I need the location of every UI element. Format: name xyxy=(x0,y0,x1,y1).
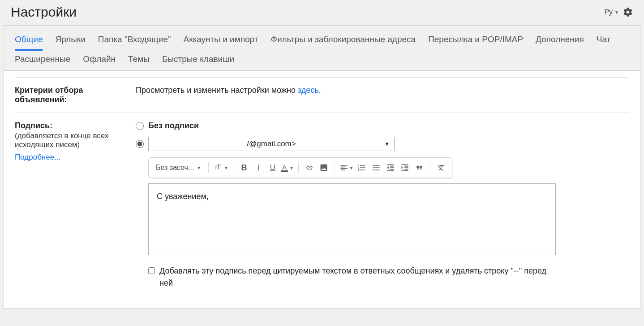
indent-more-icon xyxy=(400,163,409,172)
tab-accounts[interactable]: Аккаунты и импорт xyxy=(177,31,264,51)
indent-less-icon xyxy=(386,163,395,172)
settings-body: Критерии отбора объявлений: Просмотреть … xyxy=(4,77,640,308)
caret-down-icon: ▼ xyxy=(349,165,354,170)
page-title: Настройки xyxy=(11,4,77,20)
toolbar-separator xyxy=(335,162,335,173)
language-selector[interactable]: Ру ▼ xyxy=(604,8,619,16)
signature-editor[interactable]: С уважением, xyxy=(148,183,556,255)
text-color-button[interactable]: A ▼ xyxy=(281,161,294,174)
tab-general[interactable]: Общие xyxy=(9,31,49,51)
font-family-selector[interactable]: Без засеч... ▼ xyxy=(153,164,204,172)
tab-inbox[interactable]: Папка "Входящие" xyxy=(92,31,177,51)
caret-down-icon: ▼ xyxy=(197,165,201,170)
ads-text-suffix: . xyxy=(319,86,321,95)
tab-filters[interactable]: Фильтры и заблокированные адреса xyxy=(264,31,422,51)
quote-button[interactable] xyxy=(413,161,425,174)
ads-link[interactable]: здесь xyxy=(298,86,319,95)
quote-icon xyxy=(415,163,424,172)
setting-row-ads: Критерии отбора объявлений: Просмотреть … xyxy=(15,77,629,113)
signature-label: Подпись: xyxy=(15,121,127,130)
ads-value: Просмотреть и изменить настройки можно з… xyxy=(136,86,629,95)
font-family-value: Без засеч... xyxy=(156,164,194,172)
link-button[interactable] xyxy=(303,161,316,174)
signature-sublabel: (добавляется в конце всех исходящих писе… xyxy=(15,131,127,149)
align-left-icon xyxy=(339,163,348,172)
settings-panel: Общие Ярлыки Папка "Входящие" Аккаунты и… xyxy=(4,25,640,309)
signature-before-quote-label: Добавлять эту подпись перед цитируемым т… xyxy=(159,265,549,289)
image-icon xyxy=(319,163,328,172)
toolbar-separator xyxy=(233,162,233,173)
indent-less-button[interactable] xyxy=(384,161,397,174)
ads-text-prefix: Просмотреть и изменить настройки можно xyxy=(136,86,298,95)
underline-button[interactable]: U xyxy=(266,161,279,174)
link-icon xyxy=(305,163,314,172)
signature-account-select[interactable]: /@gmail.com> xyxy=(148,137,395,151)
caret-down-icon: ▼ xyxy=(289,165,294,170)
radio-no-signature[interactable] xyxy=(136,122,144,130)
toolbar-separator xyxy=(298,162,299,173)
caret-down-icon: ▼ xyxy=(224,165,228,170)
signature-content: С уважением, xyxy=(157,192,209,201)
tab-offline[interactable]: Офлайн xyxy=(77,51,122,70)
font-size-icon xyxy=(213,163,223,172)
tab-labels[interactable]: Ярлыки xyxy=(49,31,91,51)
signature-learn-more-link[interactable]: Подробнее... xyxy=(15,153,60,162)
setting-row-signature: Подпись: (добавляется в конце всех исход… xyxy=(15,113,629,297)
ads-label: Критерии отбора объявлений: xyxy=(15,86,127,104)
no-signature-label: Без подписи xyxy=(148,121,199,130)
settings-gear-button[interactable] xyxy=(623,7,633,17)
toolbar-separator xyxy=(430,162,430,173)
numbered-list-icon xyxy=(357,163,366,172)
toolbar-separator xyxy=(208,162,209,173)
header-bar: Настройки Ру ▼ xyxy=(0,0,644,25)
align-button[interactable]: ▼ xyxy=(339,161,354,174)
tab-shortcuts[interactable]: Быстрые клавиши xyxy=(156,51,240,70)
signature-editor-toolbar: Без засеч... ▼ ▼ B I U A xyxy=(148,157,452,178)
remove-format-icon xyxy=(437,163,446,172)
italic-button[interactable]: I xyxy=(252,161,265,174)
radio-use-signature[interactable] xyxy=(136,140,144,148)
numbered-list-button[interactable] xyxy=(356,161,368,174)
tab-addons[interactable]: Дополнения xyxy=(529,31,590,51)
account-select-value: /@gmail.com> xyxy=(247,139,296,148)
signature-before-quote-checkbox[interactable] xyxy=(148,267,155,274)
gear-icon xyxy=(623,7,633,17)
tab-themes[interactable]: Темы xyxy=(122,51,156,70)
language-label: Ру xyxy=(604,8,613,16)
tab-chat[interactable]: Чат xyxy=(590,31,617,51)
indent-more-button[interactable] xyxy=(399,161,411,174)
text-color-icon: A xyxy=(281,164,288,172)
caret-down-icon: ▼ xyxy=(614,10,619,15)
tab-forwarding[interactable]: Пересылка и POP/IMAP xyxy=(422,31,529,51)
font-size-button[interactable]: ▼ xyxy=(213,161,228,174)
tab-advanced[interactable]: Расширенные xyxy=(9,51,77,70)
insert-image-button[interactable] xyxy=(318,161,330,174)
bullet-list-button[interactable] xyxy=(370,161,382,174)
settings-tabs: Общие Ярлыки Папка "Входящие" Аккаунты и… xyxy=(4,26,640,71)
bold-button[interactable]: B xyxy=(238,161,250,174)
bullet-list-icon xyxy=(372,163,381,172)
remove-formatting-button[interactable] xyxy=(435,161,447,174)
